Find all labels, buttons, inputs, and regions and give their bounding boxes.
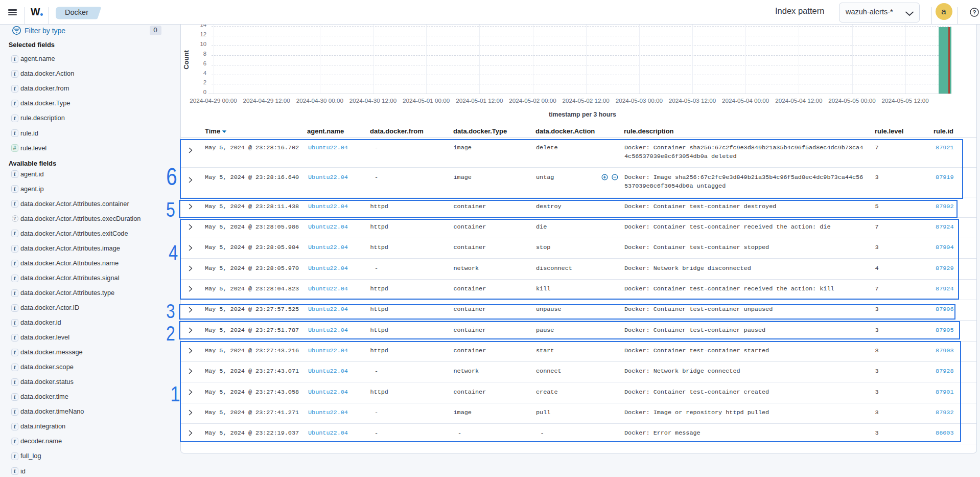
svg-text:?: ? bbox=[972, 9, 976, 15]
